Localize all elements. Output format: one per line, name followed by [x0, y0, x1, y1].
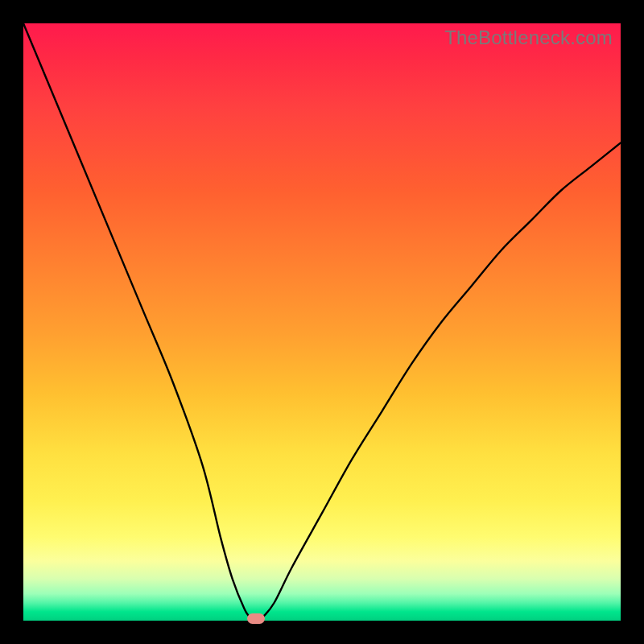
plot-area: TheBottleneck.com	[23, 23, 621, 621]
bottleneck-curve	[23, 23, 621, 621]
chart-frame: TheBottleneck.com	[0, 0, 644, 644]
optimum-marker	[247, 613, 265, 624]
